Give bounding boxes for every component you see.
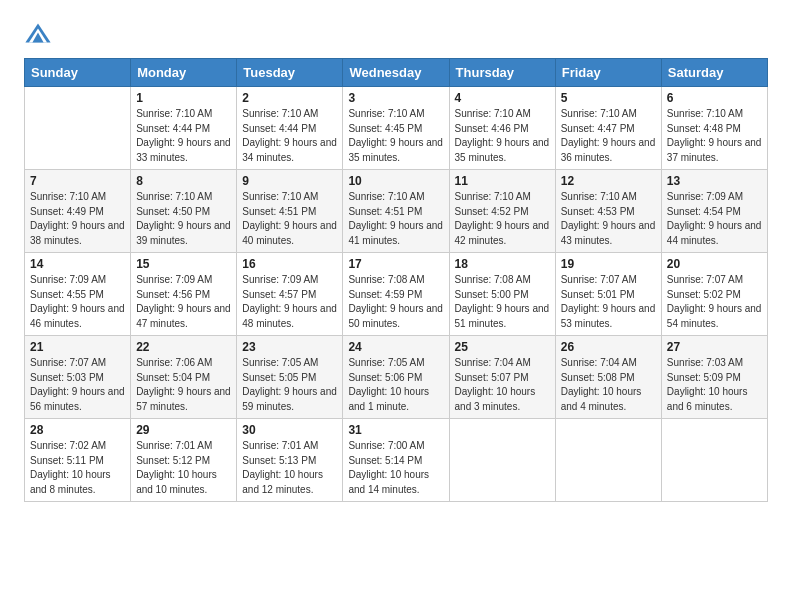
day-cell: 7Sunrise: 7:10 AMSunset: 4:49 PMDaylight…	[25, 170, 131, 253]
day-number: 22	[136, 340, 231, 354]
day-info: Sunrise: 7:07 AMSunset: 5:01 PMDaylight:…	[561, 273, 656, 331]
week-row-0: 1Sunrise: 7:10 AMSunset: 4:44 PMDaylight…	[25, 87, 768, 170]
day-number: 28	[30, 423, 125, 437]
header-row: SundayMondayTuesdayWednesdayThursdayFrid…	[25, 59, 768, 87]
day-info: Sunrise: 7:01 AMSunset: 5:12 PMDaylight:…	[136, 439, 231, 497]
day-number: 29	[136, 423, 231, 437]
day-number: 1	[136, 91, 231, 105]
day-cell: 22Sunrise: 7:06 AMSunset: 5:04 PMDayligh…	[131, 336, 237, 419]
day-number: 6	[667, 91, 762, 105]
day-cell	[555, 419, 661, 502]
header-day-wednesday: Wednesday	[343, 59, 449, 87]
header	[24, 20, 768, 48]
day-number: 3	[348, 91, 443, 105]
day-number: 19	[561, 257, 656, 271]
week-row-3: 21Sunrise: 7:07 AMSunset: 5:03 PMDayligh…	[25, 336, 768, 419]
day-cell: 14Sunrise: 7:09 AMSunset: 4:55 PMDayligh…	[25, 253, 131, 336]
header-day-saturday: Saturday	[661, 59, 767, 87]
day-number: 25	[455, 340, 550, 354]
day-cell: 15Sunrise: 7:09 AMSunset: 4:56 PMDayligh…	[131, 253, 237, 336]
day-number: 8	[136, 174, 231, 188]
day-info: Sunrise: 7:05 AMSunset: 5:05 PMDaylight:…	[242, 356, 337, 414]
day-cell: 28Sunrise: 7:02 AMSunset: 5:11 PMDayligh…	[25, 419, 131, 502]
day-info: Sunrise: 7:08 AMSunset: 5:00 PMDaylight:…	[455, 273, 550, 331]
day-cell	[449, 419, 555, 502]
day-number: 10	[348, 174, 443, 188]
calendar-body: 1Sunrise: 7:10 AMSunset: 4:44 PMDaylight…	[25, 87, 768, 502]
day-cell: 31Sunrise: 7:00 AMSunset: 5:14 PMDayligh…	[343, 419, 449, 502]
logo-icon	[24, 20, 52, 48]
day-cell: 2Sunrise: 7:10 AMSunset: 4:44 PMDaylight…	[237, 87, 343, 170]
day-cell: 23Sunrise: 7:05 AMSunset: 5:05 PMDayligh…	[237, 336, 343, 419]
day-number: 14	[30, 257, 125, 271]
day-cell: 4Sunrise: 7:10 AMSunset: 4:46 PMDaylight…	[449, 87, 555, 170]
day-info: Sunrise: 7:04 AMSunset: 5:07 PMDaylight:…	[455, 356, 550, 414]
day-info: Sunrise: 7:09 AMSunset: 4:56 PMDaylight:…	[136, 273, 231, 331]
day-number: 16	[242, 257, 337, 271]
day-number: 15	[136, 257, 231, 271]
day-cell: 17Sunrise: 7:08 AMSunset: 4:59 PMDayligh…	[343, 253, 449, 336]
header-day-monday: Monday	[131, 59, 237, 87]
header-day-thursday: Thursday	[449, 59, 555, 87]
header-day-tuesday: Tuesday	[237, 59, 343, 87]
day-number: 27	[667, 340, 762, 354]
day-number: 17	[348, 257, 443, 271]
day-number: 26	[561, 340, 656, 354]
day-info: Sunrise: 7:02 AMSunset: 5:11 PMDaylight:…	[30, 439, 125, 497]
day-cell: 3Sunrise: 7:10 AMSunset: 4:45 PMDaylight…	[343, 87, 449, 170]
day-info: Sunrise: 7:04 AMSunset: 5:08 PMDaylight:…	[561, 356, 656, 414]
day-cell: 24Sunrise: 7:05 AMSunset: 5:06 PMDayligh…	[343, 336, 449, 419]
day-cell: 8Sunrise: 7:10 AMSunset: 4:50 PMDaylight…	[131, 170, 237, 253]
day-info: Sunrise: 7:07 AMSunset: 5:03 PMDaylight:…	[30, 356, 125, 414]
calendar-header: SundayMondayTuesdayWednesdayThursdayFrid…	[25, 59, 768, 87]
day-number: 9	[242, 174, 337, 188]
day-number: 21	[30, 340, 125, 354]
day-info: Sunrise: 7:10 AMSunset: 4:50 PMDaylight:…	[136, 190, 231, 248]
day-info: Sunrise: 7:08 AMSunset: 4:59 PMDaylight:…	[348, 273, 443, 331]
day-number: 24	[348, 340, 443, 354]
day-cell: 20Sunrise: 7:07 AMSunset: 5:02 PMDayligh…	[661, 253, 767, 336]
day-info: Sunrise: 7:10 AMSunset: 4:52 PMDaylight:…	[455, 190, 550, 248]
day-info: Sunrise: 7:03 AMSunset: 5:09 PMDaylight:…	[667, 356, 762, 414]
day-number: 13	[667, 174, 762, 188]
day-cell: 16Sunrise: 7:09 AMSunset: 4:57 PMDayligh…	[237, 253, 343, 336]
day-info: Sunrise: 7:10 AMSunset: 4:46 PMDaylight:…	[455, 107, 550, 165]
day-number: 20	[667, 257, 762, 271]
day-number: 7	[30, 174, 125, 188]
day-info: Sunrise: 7:10 AMSunset: 4:51 PMDaylight:…	[242, 190, 337, 248]
day-cell: 27Sunrise: 7:03 AMSunset: 5:09 PMDayligh…	[661, 336, 767, 419]
day-info: Sunrise: 7:05 AMSunset: 5:06 PMDaylight:…	[348, 356, 443, 414]
day-cell: 29Sunrise: 7:01 AMSunset: 5:12 PMDayligh…	[131, 419, 237, 502]
day-info: Sunrise: 7:10 AMSunset: 4:49 PMDaylight:…	[30, 190, 125, 248]
day-number: 5	[561, 91, 656, 105]
header-day-friday: Friday	[555, 59, 661, 87]
day-info: Sunrise: 7:10 AMSunset: 4:48 PMDaylight:…	[667, 107, 762, 165]
day-info: Sunrise: 7:01 AMSunset: 5:13 PMDaylight:…	[242, 439, 337, 497]
day-info: Sunrise: 7:10 AMSunset: 4:44 PMDaylight:…	[242, 107, 337, 165]
day-info: Sunrise: 7:00 AMSunset: 5:14 PMDaylight:…	[348, 439, 443, 497]
day-number: 4	[455, 91, 550, 105]
day-cell: 6Sunrise: 7:10 AMSunset: 4:48 PMDaylight…	[661, 87, 767, 170]
page: SundayMondayTuesdayWednesdayThursdayFrid…	[0, 0, 792, 522]
day-number: 12	[561, 174, 656, 188]
day-cell: 26Sunrise: 7:04 AMSunset: 5:08 PMDayligh…	[555, 336, 661, 419]
day-cell: 11Sunrise: 7:10 AMSunset: 4:52 PMDayligh…	[449, 170, 555, 253]
day-cell: 25Sunrise: 7:04 AMSunset: 5:07 PMDayligh…	[449, 336, 555, 419]
day-info: Sunrise: 7:10 AMSunset: 4:45 PMDaylight:…	[348, 107, 443, 165]
week-row-2: 14Sunrise: 7:09 AMSunset: 4:55 PMDayligh…	[25, 253, 768, 336]
day-cell: 21Sunrise: 7:07 AMSunset: 5:03 PMDayligh…	[25, 336, 131, 419]
day-number: 2	[242, 91, 337, 105]
day-info: Sunrise: 7:10 AMSunset: 4:44 PMDaylight:…	[136, 107, 231, 165]
day-cell: 18Sunrise: 7:08 AMSunset: 5:00 PMDayligh…	[449, 253, 555, 336]
header-day-sunday: Sunday	[25, 59, 131, 87]
day-cell: 19Sunrise: 7:07 AMSunset: 5:01 PMDayligh…	[555, 253, 661, 336]
day-info: Sunrise: 7:10 AMSunset: 4:53 PMDaylight:…	[561, 190, 656, 248]
logo	[24, 20, 56, 48]
day-number: 31	[348, 423, 443, 437]
day-info: Sunrise: 7:09 AMSunset: 4:54 PMDaylight:…	[667, 190, 762, 248]
day-number: 30	[242, 423, 337, 437]
day-cell: 12Sunrise: 7:10 AMSunset: 4:53 PMDayligh…	[555, 170, 661, 253]
day-number: 11	[455, 174, 550, 188]
day-info: Sunrise: 7:10 AMSunset: 4:51 PMDaylight:…	[348, 190, 443, 248]
day-info: Sunrise: 7:06 AMSunset: 5:04 PMDaylight:…	[136, 356, 231, 414]
